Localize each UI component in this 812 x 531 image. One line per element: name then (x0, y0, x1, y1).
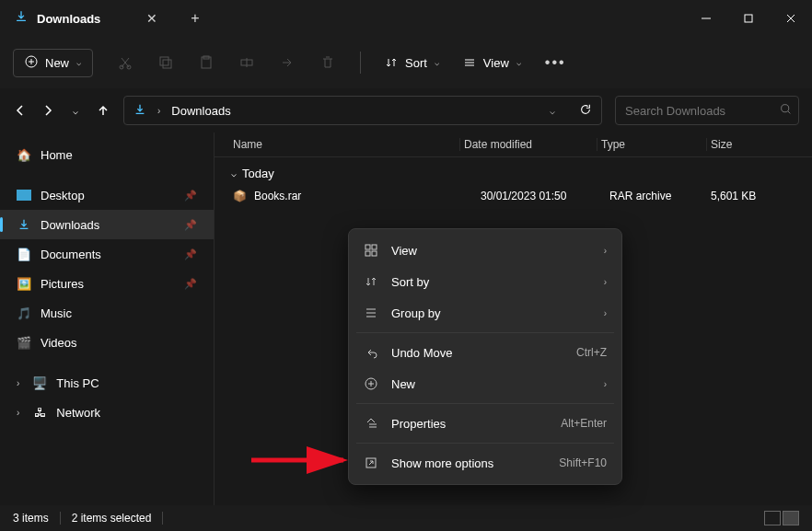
chevron-down-icon: ⌵ (231, 168, 237, 179)
download-icon (15, 10, 28, 27)
sidebar-item-home[interactable]: 🏠 Home (0, 140, 214, 169)
sidebar-item-label: Videos (41, 336, 77, 350)
group-icon (364, 306, 378, 320)
svg-rect-24 (372, 251, 377, 256)
chevron-right-icon: › (604, 308, 607, 318)
minimize-button[interactable] (685, 0, 727, 37)
ctx-sortby[interactable]: Sort by › (349, 266, 621, 297)
view-button[interactable]: View ⌵ (463, 56, 521, 70)
undo-icon (364, 345, 378, 360)
column-name[interactable]: Name (233, 138, 456, 151)
sidebar-item-documents[interactable]: 📄 Documents 📌 (0, 239, 214, 269)
archive-icon: 📦 (233, 190, 247, 202)
search-input[interactable] (625, 104, 780, 118)
ctx-more-options[interactable]: Show more options Shift+F10 (349, 447, 621, 479)
sidebar-item-desktop[interactable]: Desktop 📌 (0, 180, 214, 210)
chevron-down-icon: ⌵ (516, 58, 521, 67)
sidebar-item-network[interactable]: › 🖧 Network (0, 398, 214, 427)
share-icon[interactable] (279, 54, 296, 71)
new-button[interactable]: New ⌵ (13, 49, 93, 77)
separator (356, 332, 614, 333)
sidebar-item-pictures[interactable]: 🖼️ Pictures 📌 (0, 269, 214, 298)
sidebar-item-thispc[interactable]: › 🖥️ This PC (0, 368, 214, 398)
ctx-groupby[interactable]: Group by › (349, 297, 621, 329)
maximize-button[interactable] (727, 0, 770, 37)
window-controls (685, 0, 812, 37)
ctx-shortcut: Alt+Enter (561, 417, 607, 430)
ctx-label: Show more options (391, 456, 546, 470)
recent-button[interactable]: ⌵ (68, 103, 83, 118)
pin-icon: 📌 (184, 248, 197, 260)
search-icon (780, 103, 792, 118)
svg-point-18 (782, 105, 789, 112)
download-icon (17, 217, 31, 232)
close-tab-icon[interactable]: ✕ (146, 11, 157, 26)
sidebar-item-videos[interactable]: 🎬 Videos (0, 328, 214, 357)
ctx-label: New (391, 377, 591, 391)
ctx-new[interactable]: New › (349, 368, 621, 399)
sort-button[interactable]: Sort ⌵ (385, 56, 439, 70)
plus-icon (364, 376, 378, 391)
ctx-shortcut: Shift+F10 (559, 456, 607, 469)
ctx-undo[interactable]: Undo Move Ctrl+Z (349, 337, 621, 368)
ctx-view[interactable]: View › (349, 235, 621, 266)
music-icon: 🎵 (17, 306, 31, 320)
document-icon: 📄 (17, 247, 31, 261)
separator (356, 403, 614, 404)
ctx-label: Properties (391, 417, 548, 431)
group-header[interactable]: ⌵ Today (215, 157, 812, 184)
sort-icon (385, 56, 398, 69)
new-label: New (45, 56, 69, 70)
chevron-right-icon[interactable]: › (17, 408, 19, 418)
delete-icon[interactable] (319, 54, 336, 71)
sort-icon (364, 274, 378, 289)
forward-button[interactable] (41, 103, 55, 118)
paste-icon[interactable] (198, 54, 215, 71)
sidebar-item-downloads[interactable]: Downloads 📌 (0, 210, 214, 239)
file-type: RAR archive (609, 190, 711, 202)
tab-downloads[interactable]: Downloads ✕ (0, 0, 172, 37)
rename-icon[interactable] (238, 54, 255, 71)
sidebar-item-label: Music (41, 306, 72, 320)
back-button[interactable] (13, 103, 28, 118)
column-size[interactable]: Size (711, 138, 794, 151)
column-type[interactable]: Type (601, 138, 702, 151)
more-icon[interactable]: ••• (545, 54, 566, 71)
download-icon (133, 103, 146, 119)
up-button[interactable] (96, 103, 110, 118)
ctx-properties[interactable]: Properties Alt+Enter (349, 408, 621, 439)
view-label: View (483, 56, 509, 70)
sidebar-item-music[interactable]: 🎵 Music (0, 298, 214, 328)
search-box[interactable] (615, 96, 799, 125)
separator (60, 512, 61, 525)
chevron-down-icon[interactable]: ⌵ (550, 106, 555, 116)
copy-icon[interactable] (157, 54, 174, 71)
breadcrumb-item[interactable]: Downloads (171, 104, 230, 118)
chevron-right-icon: › (604, 277, 607, 287)
chevron-right-icon[interactable]: › (17, 378, 19, 388)
new-tab-button[interactable]: + (191, 10, 199, 27)
chevron-right-icon: › (604, 379, 607, 389)
properties-icon (364, 416, 378, 431)
navbar: ⌵ › Downloads ⌵ (0, 88, 812, 133)
ctx-label: Undo Move (391, 346, 563, 360)
expand-icon (364, 456, 378, 470)
close-button[interactable] (770, 0, 812, 37)
thumbnails-view-button[interactable] (783, 511, 799, 525)
details-view-button[interactable] (764, 511, 781, 525)
refresh-button[interactable] (579, 103, 592, 119)
item-count: 3 items (13, 512, 49, 525)
file-row[interactable]: 📦 Books.rar 30/01/2023 01:50 RAR archive… (215, 184, 812, 208)
svg-rect-20 (17, 190, 31, 201)
cut-icon[interactable] (117, 54, 133, 71)
sidebar: 🏠 Home Desktop 📌 Downloads 📌 📄 Documents… (0, 133, 214, 505)
column-date[interactable]: Date modified (464, 138, 593, 151)
svg-rect-22 (372, 245, 377, 249)
statusbar: 3 items 2 items selected (0, 505, 812, 531)
sidebar-item-label: Home (41, 148, 73, 162)
file-size: 5,601 KB (711, 190, 794, 202)
address-bar[interactable]: › Downloads ⌵ (123, 96, 602, 125)
ctx-label: Group by (391, 306, 591, 320)
list-icon (463, 56, 476, 69)
desktop-icon (17, 188, 31, 202)
